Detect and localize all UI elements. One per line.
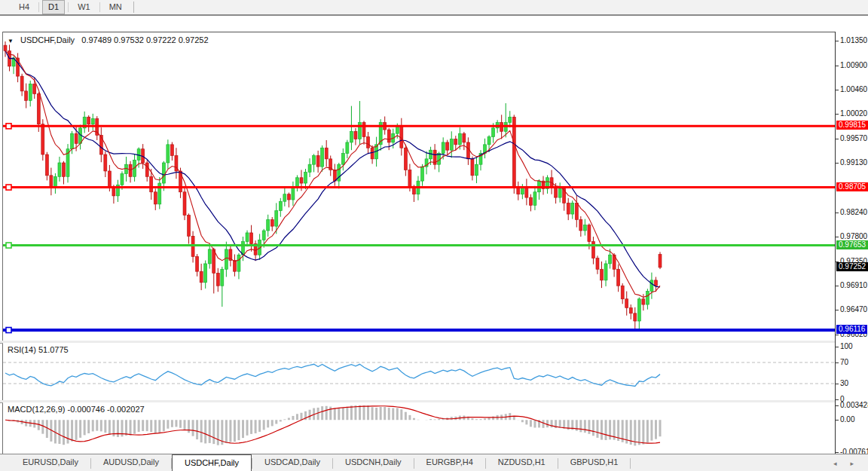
candle-up: [646, 292, 649, 305]
candle-up: [308, 164, 311, 172]
candle-down: [625, 299, 628, 308]
chart-tab-bar: EURUSD,DailyAUDUSD,DailyUSDCHF,DailyUSDC…: [0, 454, 868, 471]
candle-up: [637, 299, 640, 321]
price-level-badge: 0.97653: [836, 240, 868, 249]
rsi-line: [5, 364, 660, 386]
candle-up: [487, 137, 491, 145]
candle-down: [591, 242, 594, 258]
candle-up: [341, 154, 344, 165]
candle-down: [150, 176, 153, 191]
chart-tab-usdchf[interactable]: USDCHF,Daily: [172, 454, 252, 471]
rsi-tick-mark: [836, 362, 839, 363]
candle-down: [575, 203, 578, 219]
candle-down: [108, 171, 111, 186]
timeframe-button-d1[interactable]: D1: [42, 0, 65, 14]
candle-down: [33, 84, 36, 93]
candle-down: [634, 313, 637, 321]
price-chart-panel[interactable]: [3, 32, 835, 341]
tabs-scroll-right-icon[interactable]: ▸: [843, 460, 860, 467]
candle-down: [601, 269, 604, 280]
rsi-panel[interactable]: [3, 343, 835, 401]
candle-down: [617, 269, 620, 286]
chart-tab-usdcad[interactable]: USDCAD,Daily: [252, 454, 332, 471]
price-tick-label: 0.97800: [840, 232, 867, 240]
price-chart-canvas[interactable]: [3, 32, 835, 341]
timeframe-button-w1[interactable]: W1: [72, 0, 96, 14]
candle-up: [71, 133, 74, 148]
candle-down: [408, 170, 411, 187]
candle-down: [270, 219, 274, 226]
timeframe-button-mn[interactable]: MN: [103, 0, 128, 14]
rsi-tick-mark: [836, 399, 839, 400]
price-tick-label: 0.99130: [840, 158, 867, 167]
chart-tab-eurgbp[interactable]: EURGBP,H4: [414, 454, 485, 471]
rsi-tick-mark: [836, 384, 839, 384]
candle-up: [283, 194, 286, 202]
line-anchor-handle: [6, 243, 11, 248]
line-anchor-handle: [6, 124, 11, 129]
chart-tab-nzdusd[interactable]: NZDUSD,H1: [486, 454, 558, 471]
candle-up: [604, 264, 607, 280]
candle-up: [237, 255, 240, 271]
candle-up: [121, 174, 124, 185]
candle-down: [333, 170, 336, 182]
candle-up: [475, 164, 478, 176]
candle-up: [571, 203, 574, 214]
price-tick-mark: [836, 310, 839, 310]
toolbar-group-separator: [133, 2, 134, 13]
toolbar-separator: [38, 2, 39, 12]
candle-down: [250, 233, 253, 244]
candle-down: [45, 154, 48, 176]
candle-down: [233, 261, 236, 272]
price-level-badge: 0.98705: [836, 182, 868, 191]
chart-tab-audusd[interactable]: AUDUSD,Daily: [91, 454, 171, 471]
candle-down: [75, 133, 78, 143]
candle-up: [167, 145, 170, 163]
line-anchor-handle: [6, 185, 11, 190]
candle-down: [362, 123, 365, 137]
chart-tab-gbpusd[interactable]: GBPUSD,H1: [558, 454, 631, 471]
chart-tab-eurusd[interactable]: EURUSD,Daily: [11, 454, 90, 471]
candle-down: [145, 163, 148, 176]
timeframe-button-h4[interactable]: H4: [13, 0, 35, 14]
tabs-scroll-left-icon[interactable]: ◂: [827, 460, 844, 467]
candle-down: [387, 130, 390, 142]
candle-down: [659, 255, 662, 268]
chart-title: ▼ USDCHF,Daily 0.97489 0.97532 0.97222 0…: [8, 35, 209, 44]
candle-up: [58, 163, 61, 176]
rsi-label: RSI(14) 51.0775: [8, 345, 69, 354]
candle-down: [588, 225, 591, 242]
candle-down: [325, 148, 328, 159]
price-tick-mark: [836, 41, 839, 41]
candle-down: [567, 203, 570, 214]
chart-tab-usdcnh[interactable]: USDCNH,Daily: [333, 454, 414, 471]
price-tick-label: 1.00460: [840, 85, 867, 93]
candle-up: [442, 142, 445, 154]
price-scale[interactable]: 1.013501.009001.004601.000200.995700.991…: [835, 32, 868, 455]
candle-down: [104, 154, 107, 171]
price-tick-label: 1.01350: [840, 36, 867, 44]
candle-down: [471, 159, 474, 176]
rsi-scale-label: 30: [840, 379, 848, 387]
candle-up: [267, 219, 270, 231]
line-anchor-handle: [6, 328, 11, 333]
candle-up: [533, 192, 536, 206]
candle-down: [216, 273, 219, 286]
price-tick-mark: [836, 286, 839, 286]
candle-down: [446, 142, 449, 150]
candle-down: [629, 307, 632, 313]
candle-down: [188, 216, 191, 237]
candle-down: [654, 280, 657, 286]
toolbar-separator: [99, 2, 100, 12]
candle-up: [304, 172, 307, 183]
candle-down: [183, 192, 186, 216]
toolbar-separator: [68, 2, 69, 12]
candle-up: [492, 128, 495, 137]
candle-down: [316, 155, 319, 167]
candle-down: [50, 176, 53, 188]
candle-up: [162, 163, 165, 183]
candle-down: [579, 219, 582, 231]
candle-down: [287, 194, 290, 200]
rsi-canvas[interactable]: [3, 343, 835, 400]
candle-down: [154, 192, 157, 204]
